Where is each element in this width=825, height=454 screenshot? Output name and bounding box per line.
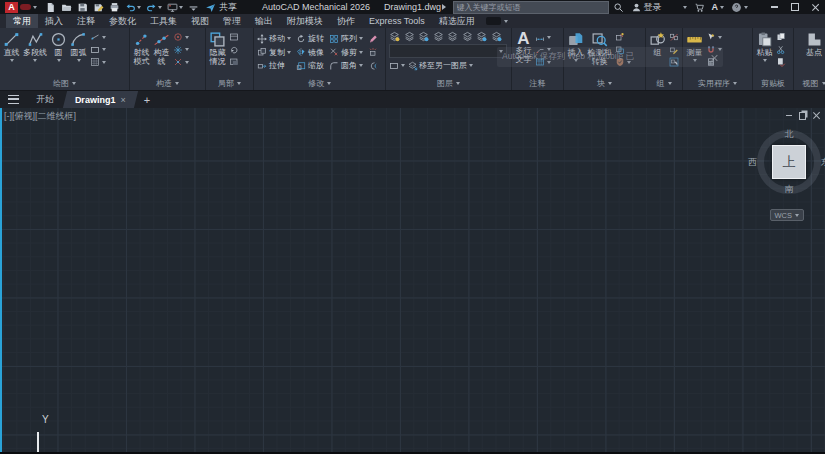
undo-button[interactable] — [125, 2, 141, 13]
tab-close-icon[interactable]: × — [121, 95, 126, 105]
trim-button[interactable]: 修剪 — [329, 47, 363, 58]
explode-button[interactable] — [368, 47, 378, 58]
new-tab-button[interactable]: + — [137, 91, 157, 108]
rectangle-button[interactable] — [90, 45, 106, 55]
save-icon[interactable] — [77, 2, 88, 13]
autodesk-app-button[interactable]: A — [712, 2, 725, 12]
open-file-icon[interactable] — [61, 2, 72, 13]
tab-home[interactable]: 常用 — [6, 14, 38, 28]
mirror-button[interactable]: 镜像 — [296, 47, 324, 58]
tab-insert[interactable]: 插入 — [38, 14, 70, 28]
mtext-button[interactable]: A 多行文字 — [515, 31, 532, 64]
dimension-button[interactable] — [535, 32, 551, 42]
close-icon[interactable] — [812, 4, 819, 11]
panel-label-draw[interactable]: 绘图 — [0, 77, 129, 90]
signin-button[interactable]: 登录 — [631, 1, 662, 14]
viewcube-top-face[interactable]: 上 — [772, 145, 806, 179]
layer-select-dropdown[interactable] — [389, 44, 507, 58]
line-button[interactable]: 直线 — [3, 31, 20, 62]
segment-button[interactable] — [90, 32, 106, 42]
circle-button[interactable]: 圆 — [50, 31, 67, 62]
quick-select-button[interactable] — [706, 32, 722, 42]
share-button[interactable]: 共享 — [205, 1, 237, 14]
clip-cut-button[interactable] — [776, 45, 786, 55]
file-tab-menu-button[interactable] — [0, 91, 26, 108]
calculator-button[interactable] — [706, 57, 722, 67]
panel-label-group[interactable]: 组 — [646, 77, 682, 90]
tab-manage[interactable]: 管理 — [216, 14, 248, 28]
move-button[interactable]: 移动 — [257, 33, 291, 44]
group-button[interactable]: 组 — [649, 31, 666, 58]
copy-button[interactable]: 复制 — [257, 47, 291, 58]
detect-convert-button[interactable]: 检测和转换 — [587, 31, 612, 66]
measure-button[interactable]: 测量 — [686, 31, 703, 62]
layer-lock-icon[interactable] — [433, 31, 444, 42]
construction-line-button[interactable]: 构造线 — [153, 31, 170, 66]
viewcube-west[interactable]: 西 — [748, 156, 757, 169]
scale-button[interactable]: 缩放 — [296, 60, 324, 71]
new-file-icon[interactable] — [45, 2, 56, 13]
viewport-minimize-icon[interactable] — [786, 115, 792, 116]
viewcube[interactable]: 北 南 西 东 上 — [757, 130, 821, 194]
group-select-button[interactable] — [669, 57, 679, 67]
layer-isolate-icon[interactable] — [447, 31, 458, 42]
help-button[interactable] — [731, 2, 748, 13]
layer-properties-icon[interactable] — [389, 31, 400, 42]
tab-output[interactable]: 输出 — [248, 14, 280, 28]
search-icon[interactable] — [613, 2, 624, 13]
panel-label-utilities[interactable]: 实用程序 — [683, 77, 752, 90]
panel-label-modify[interactable]: 修改 — [254, 77, 385, 90]
viewcube-north[interactable]: 北 — [785, 128, 794, 141]
tab-view[interactable]: 视图 — [184, 14, 216, 28]
viewcube-east[interactable]: 东 — [821, 156, 825, 169]
ungroup-button[interactable] — [669, 32, 679, 42]
construction-circle-button[interactable] — [173, 32, 189, 42]
viewport-controls-label[interactable]: [-][俯视][二维线框] — [4, 110, 76, 123]
tab-featured-apps[interactable]: 精选应用 — [432, 14, 482, 28]
leader-button[interactable] — [535, 45, 551, 55]
minimize-icon[interactable] — [771, 6, 778, 8]
paste-button[interactable]: 粘贴 — [756, 31, 773, 62]
construction-point-button[interactable] — [173, 45, 189, 55]
qat-customize-icon[interactable] — [188, 2, 199, 13]
panel-label-layers[interactable]: 图层 — [386, 77, 511, 90]
block-edit-button[interactable] — [615, 45, 631, 55]
panel-label-block[interactable]: 块 — [564, 77, 645, 90]
insert-block-button[interactable]: 插入 — [567, 31, 584, 62]
maximize-icon[interactable] — [791, 3, 799, 11]
detail-view-button[interactable] — [229, 57, 239, 67]
tab-parametric[interactable]: 参数化 — [102, 14, 143, 28]
block-create-button[interactable] — [615, 32, 631, 42]
hatch-button[interactable] — [90, 57, 106, 67]
app-store-cart-icon[interactable] — [694, 2, 705, 13]
block-attributes-button[interactable] — [615, 57, 631, 67]
layer-unisolate-icon[interactable] — [462, 31, 473, 42]
viewport-restore-icon[interactable] — [799, 112, 807, 120]
tab-addins[interactable]: 附加模块 — [280, 14, 330, 28]
clip-copy-button[interactable] — [776, 32, 786, 42]
workspace-switch-button[interactable] — [167, 2, 183, 13]
fillet-button[interactable]: 圆角 — [329, 60, 363, 71]
panel-label-construction[interactable]: 构造 — [130, 77, 205, 90]
layer-state-button[interactable] — [389, 61, 405, 71]
panel-label-clipboard[interactable]: 剪贴板 — [753, 77, 793, 90]
ray-mode-button[interactable]: 射线模式 — [133, 31, 150, 66]
base-point-button[interactable]: 基点 — [806, 31, 823, 58]
offset-button[interactable] — [368, 60, 378, 71]
hide-situation-button[interactable]: 隐藏情况 — [209, 31, 226, 66]
layer-off-icon[interactable] — [404, 31, 415, 42]
table-button[interactable] — [535, 57, 551, 67]
redo-button[interactable] — [146, 2, 162, 13]
move-to-layer-button[interactable]: 移至另一图层 — [408, 60, 473, 71]
clip-base-button[interactable] — [776, 57, 786, 67]
construction-erase-button[interactable] — [173, 57, 189, 67]
arc-button[interactable]: 圆弧 — [70, 31, 87, 62]
stretch-button[interactable]: 拉伸 — [257, 60, 291, 71]
snap-button[interactable] — [706, 45, 722, 55]
plot-icon[interactable] — [109, 2, 120, 13]
search-expand-icon[interactable] — [442, 4, 446, 10]
ribbon-display-button[interactable] — [486, 14, 508, 28]
drawing-canvas[interactable]: [-][俯视][二维线框] 北 南 西 东 上 WCS Y — [0, 108, 825, 454]
panel-label-annotation[interactable]: 注释 — [512, 77, 563, 90]
layer-previous-icon[interactable] — [476, 31, 487, 42]
